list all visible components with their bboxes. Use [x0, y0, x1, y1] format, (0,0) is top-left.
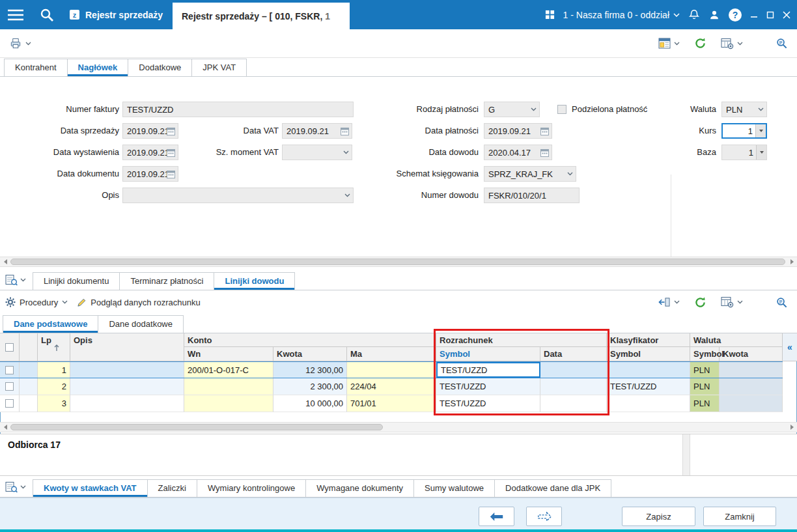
sz-moment-vat-select[interactable]	[282, 145, 352, 160]
baza-input[interactable]: 1	[721, 145, 767, 160]
data-sprzedazy-input[interactable]: 2019.09.21	[122, 123, 178, 139]
chevron-down-icon[interactable]	[567, 172, 573, 176]
cell-klasyfikator-symbol[interactable]: TEST/UZZD	[607, 378, 690, 395]
scrollbar-thumb[interactable]	[10, 424, 383, 430]
tab-dane-dodatkowe[interactable]: Dane dodatkowe	[98, 315, 184, 333]
cell-rozrachunek-data[interactable]	[540, 378, 607, 395]
calendar-icon[interactable]	[540, 127, 549, 135]
data-vat-input[interactable]: 2019.09.21	[282, 123, 352, 139]
cell-ma[interactable]: 224/04	[347, 378, 436, 395]
cell-rozrachunek-symbol[interactable]: TEST/UZZD	[436, 395, 540, 412]
chevron-down-icon[interactable]	[343, 150, 349, 154]
close-button[interactable]	[783, 11, 790, 19]
hamburger-menu-icon[interactable]	[0, 0, 31, 29]
app-home-tab[interactable]: z Rejestr sprzedaży	[63, 0, 175, 29]
notifications-bell-icon[interactable]	[688, 8, 700, 21]
data-dowodu-input[interactable]: 2020.04.17	[484, 145, 552, 160]
kurs-spinner-button[interactable]	[755, 124, 766, 137]
opis-select[interactable]	[122, 188, 354, 203]
cell-rozrachunek-symbol[interactable]: TEST/UZZD	[436, 378, 540, 395]
zamknij-button[interactable]: Zamknij	[703, 507, 776, 526]
row-checkbox[interactable]	[5, 382, 14, 391]
calendar-icon[interactable]	[540, 148, 549, 157]
next-record-button[interactable]	[526, 507, 562, 526]
calendar-icon[interactable]	[341, 127, 349, 135]
cell-ma[interactable]: 701/01	[347, 395, 436, 412]
podzielona-platnosc-checkbox[interactable]	[557, 105, 566, 114]
cell-ma[interactable]	[347, 362, 436, 378]
document-tab[interactable]: Rejestr sprzedaży – [ 010, FSKR, 1	[173, 3, 350, 29]
grid-row-2[interactable]: 2 2 300,00 224/04 TEST/UZZD TEST/UZZD PL…	[0, 378, 783, 395]
tab-linijki-dowodu[interactable]: Linijki dowodu	[214, 272, 295, 290]
chevron-down-icon[interactable]	[758, 107, 764, 111]
cell-wn[interactable]	[184, 378, 273, 395]
cell-rozrachunek-data[interactable]	[540, 362, 607, 378]
company-selector[interactable]: 1 - Nasza firma 0 - oddział	[563, 10, 680, 20]
tab-kontrahent[interactable]: Kontrahent	[4, 59, 68, 76]
maximize-button[interactable]	[766, 11, 774, 19]
tab-linijki-dokumentu[interactable]: Linijki dokumentu	[33, 272, 120, 290]
scroll-left-arrow[interactable]	[0, 423, 10, 432]
tab-dodatkowe-dane-dla-jpk[interactable]: Dodatkowe dane dla JPK	[494, 479, 611, 497]
scroll-right-arrow[interactable]	[787, 257, 797, 266]
column-header-klasyfikator-symbol[interactable]: Symbol	[607, 347, 690, 361]
cell-klasyfikator-symbol[interactable]	[607, 395, 690, 412]
grid-search-button[interactable]	[772, 293, 792, 312]
tab-dodatkowe[interactable]: Dodatkowe	[128, 59, 192, 76]
tab-kwoty-w-stawkach-vat[interactable]: Kwoty w stawkach VAT	[33, 479, 148, 497]
tab-naglowek[interactable]: Nagłówek	[67, 59, 129, 76]
cell-rozrachunek-data[interactable]	[540, 395, 607, 412]
move-to-button[interactable]	[654, 294, 684, 311]
column-header-lp[interactable]: Lp	[38, 333, 70, 361]
row-checkbox[interactable]	[5, 366, 14, 374]
cell-waluta-kwota[interactable]	[720, 378, 783, 395]
schemat-ksiegowania-select[interactable]: SPRZ_KRAJ_FK	[484, 166, 576, 182]
cell-opis[interactable]	[70, 395, 184, 412]
tab-dane-podstawowe[interactable]: Dane podstawowe	[3, 315, 98, 333]
column-header-ma[interactable]: Ma	[347, 347, 436, 361]
cell-wn[interactable]	[184, 395, 273, 412]
bottom-section-menu-button[interactable]	[0, 481, 33, 497]
cell-waluta-kwota[interactable]	[720, 362, 783, 378]
cell-waluta-symbol[interactable]: PLN	[690, 395, 720, 412]
rozrachunek-group-label[interactable]: Rozrachunek	[436, 333, 607, 347]
cell-wn[interactable]: 200/01-O-017-C	[184, 362, 273, 378]
grid-refresh-button[interactable]	[690, 293, 710, 312]
waluta-group-label[interactable]: Waluta	[690, 333, 783, 347]
cell-opis[interactable]	[70, 378, 184, 395]
scrollbar-thumb[interactable]	[10, 259, 785, 265]
search-filter-button[interactable]	[772, 34, 792, 53]
column-header-wn[interactable]: Wn	[184, 347, 273, 361]
column-header-waluta-symbol[interactable]: Symbol	[690, 347, 720, 361]
cell-kwota[interactable]: 2 300,00	[273, 378, 347, 395]
tab-zaliczki[interactable]: Zaliczki	[147, 479, 197, 497]
procedury-button[interactable]: Procedury	[5, 297, 68, 307]
tab-wymagane-dokumenty[interactable]: Wymagane dokumenty	[305, 479, 414, 497]
scroll-right-arrow[interactable]	[787, 423, 797, 432]
calendar-icon[interactable]	[167, 127, 175, 135]
chevron-down-icon[interactable]	[531, 107, 537, 111]
cell-waluta-kwota[interactable]	[720, 395, 783, 412]
column-header-rozrachunek-data[interactable]: Data	[540, 347, 607, 361]
cell-kwota[interactable]: 10 000,00	[273, 395, 347, 412]
tab-wymiary-kontrolingowe[interactable]: Wymiary kontrolingowe	[197, 479, 306, 497]
zapisz-button[interactable]: Zapisz	[622, 507, 695, 526]
select-all-checkbox[interactable]	[5, 343, 14, 352]
calendar-icon[interactable]	[167, 148, 175, 157]
cell-lp[interactable]: 2	[38, 378, 70, 395]
data-wystawienia-input[interactable]: 2019.09.21	[122, 145, 178, 160]
section-menu-button[interactable]	[0, 274, 33, 290]
rodzaj-platnosci-select[interactable]: G	[484, 102, 540, 117]
tab-sumy-walutowe[interactable]: Sumy walutowe	[413, 479, 495, 497]
cell-kwota[interactable]: 12 300,00	[273, 362, 347, 378]
apps-grid-icon[interactable]	[545, 10, 555, 20]
kurs-input[interactable]: 1	[721, 123, 767, 139]
column-header-opis[interactable]: Opis	[70, 333, 184, 361]
cell-waluta-symbol[interactable]: PLN	[690, 362, 720, 378]
numer-dowodu-input[interactable]: FSKR/010/20/1	[484, 188, 580, 203]
table-settings-button[interactable]	[717, 35, 747, 53]
column-header-rozrachunek-symbol[interactable]: Symbol	[436, 347, 540, 361]
collapse-panel-button[interactable]: «	[783, 333, 797, 361]
data-platnosci-input[interactable]: 2019.09.21	[484, 123, 552, 139]
data-dokumentu-input[interactable]: 2019.09.21	[122, 166, 178, 182]
